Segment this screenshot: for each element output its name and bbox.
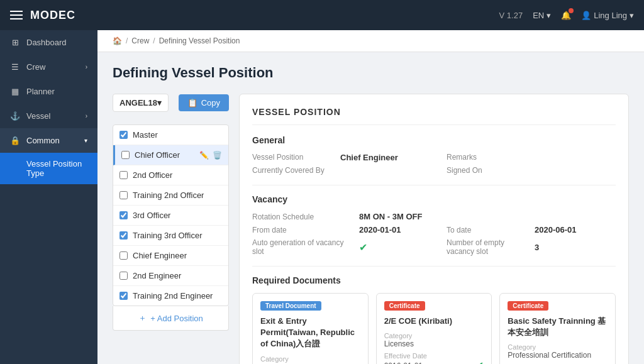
common-icon: 🔒 bbox=[10, 136, 20, 145]
from-date-label: From date bbox=[252, 226, 353, 234]
vessel-header: ANGEL18 ▾ 📋 Copy bbox=[113, 94, 229, 118]
position-label: 2nd Engineer bbox=[133, 271, 181, 280]
sidebar-item-label: Crew bbox=[26, 62, 45, 72]
position-checkbox[interactable] bbox=[119, 231, 128, 240]
rotation-value: 8M ON - 3M OFF bbox=[359, 212, 440, 221]
remarks-value bbox=[516, 153, 616, 162]
vessel-position-title: VESSEL POSITION bbox=[252, 107, 616, 125]
sidebar-subitem-label: Vessel Position Type bbox=[26, 159, 82, 178]
doc-category-value: Licenses bbox=[384, 339, 484, 348]
position-item[interactable]: 2nd Officer bbox=[113, 165, 228, 185]
position-item[interactable]: 2nd Engineer bbox=[113, 266, 228, 286]
from-date-value: 2020-01-01 bbox=[359, 225, 440, 234]
position-item[interactable]: Chief Officer ✏️ 🗑️ bbox=[113, 145, 228, 165]
position-actions: ✏️ 🗑️ bbox=[199, 151, 222, 160]
vp-value: Chief Engineer bbox=[340, 153, 440, 162]
delete-icon[interactable]: 🗑️ bbox=[213, 151, 222, 160]
position-item[interactable]: Training 2nd Engineer bbox=[113, 286, 228, 306]
position-item[interactable]: Chief Engineer bbox=[113, 246, 228, 266]
covered-value bbox=[340, 166, 440, 175]
doc-category-value: Professional Certification bbox=[508, 351, 608, 360]
left-panel: ANGEL18 ▾ 📋 Copy Master bbox=[113, 94, 229, 364]
sidebar-item-planner[interactable]: ▦ Planner bbox=[0, 79, 97, 104]
notification-badge bbox=[569, 8, 574, 13]
position-checkbox[interactable] bbox=[119, 251, 128, 260]
remarks-label: Remarks bbox=[447, 153, 509, 162]
doc-name: Exit & Entry Permit(Taiwan, Republic of … bbox=[260, 316, 360, 350]
copy-button[interactable]: 📋 Copy bbox=[179, 94, 229, 111]
sidebar-item-label: Planner bbox=[26, 87, 55, 96]
sidebar-item-common[interactable]: 🔒 Common ▾ bbox=[0, 128, 97, 153]
position-label: Master bbox=[133, 130, 158, 140]
sidebar-item-label: Common bbox=[26, 136, 60, 145]
position-checkbox[interactable] bbox=[119, 191, 128, 199]
position-label: 3rd Officer bbox=[133, 211, 170, 220]
empty-vacancy-label: Number of empty vacancy slot bbox=[447, 238, 528, 256]
dashboard-icon: ⊞ bbox=[10, 38, 20, 47]
empty-vacancy-value: 3 bbox=[535, 243, 616, 252]
doc-category-label: Category bbox=[508, 343, 608, 351]
auto-gen-check: ✔ bbox=[359, 241, 440, 253]
nav-left: MODEC bbox=[10, 9, 75, 22]
breadcrumb-current: Defining Vessel Position bbox=[159, 36, 240, 45]
notifications-bell[interactable]: 🔔 bbox=[561, 11, 571, 20]
to-date-value: 2020-06-01 bbox=[535, 225, 616, 234]
position-checkbox[interactable] bbox=[119, 131, 128, 139]
position-item[interactable]: Training 3rd Officer bbox=[113, 226, 228, 246]
position-item[interactable]: 3rd Officer bbox=[113, 206, 228, 226]
doc-name: Basic Safety Trainning 基本安全培訓 bbox=[508, 316, 608, 338]
sidebar-subitem-vessel-position-type[interactable]: Vessel Position Type bbox=[0, 153, 97, 184]
signed-value bbox=[516, 166, 616, 175]
top-nav: MODEC V 1.27 EN ▾ 🔔 👤 Ling Ling ▾ bbox=[0, 0, 644, 30]
app-logo: MODEC bbox=[30, 9, 75, 22]
doc-name: 2/E COE (Kiribati) bbox=[384, 316, 484, 327]
required-docs-title: Required Documents bbox=[252, 275, 616, 285]
position-checkbox[interactable] bbox=[119, 292, 128, 300]
sidebar-item-label: Vessel bbox=[26, 111, 50, 121]
right-panel: VESSEL POSITION General Vessel Position … bbox=[239, 94, 629, 364]
positions-list: Master Chief Officer ✏️ 🗑️ bbox=[113, 124, 229, 306]
to-date-label: To date bbox=[447, 226, 528, 234]
user-menu[interactable]: 👤 Ling Ling ▾ bbox=[581, 11, 634, 20]
add-position-button[interactable]: ＋ + Add Position bbox=[113, 306, 229, 331]
nav-right: V 1.27 EN ▾ 🔔 👤 Ling Ling ▾ bbox=[499, 11, 634, 20]
doc-effective-value: 2016-01-01 bbox=[384, 361, 423, 364]
chevron-right-icon: › bbox=[86, 63, 87, 70]
position-checkbox[interactable] bbox=[119, 272, 128, 280]
add-icon: ＋ bbox=[138, 312, 147, 324]
position-checkbox[interactable] bbox=[119, 211, 128, 219]
sidebar-item-crew[interactable]: ☰ Crew › bbox=[0, 55, 97, 79]
vessel-selector[interactable]: ANGEL18 ▾ bbox=[113, 94, 169, 112]
green-check-icon: ✔ bbox=[475, 360, 484, 364]
edit-icon[interactable]: ✏️ bbox=[199, 151, 209, 160]
page-content: Defining Vessel Position ANGEL18 ▾ 📋 Cop… bbox=[97, 52, 644, 364]
sidebar-item-label: Dashboard bbox=[26, 38, 67, 47]
position-checkbox[interactable] bbox=[121, 151, 130, 159]
position-label: 2nd Officer bbox=[133, 170, 172, 180]
auto-gen-label: Auto generation of vacancy slot bbox=[252, 238, 353, 256]
language-selector[interactable]: EN ▾ bbox=[533, 11, 551, 20]
sidebar-item-vessel[interactable]: ⚓ Vessel › bbox=[0, 104, 97, 128]
sidebar-item-dashboard[interactable]: ⊞ Dashboard bbox=[0, 30, 97, 55]
position-item[interactable]: Master bbox=[113, 125, 228, 145]
copy-icon: 📋 bbox=[187, 98, 197, 108]
hamburger-icon[interactable] bbox=[10, 11, 23, 19]
doc-badge-certificate: Certificate bbox=[508, 301, 548, 311]
doc-badge-certificate: Certificate bbox=[384, 301, 425, 311]
vacancy-section-title: Vacancy bbox=[252, 194, 616, 204]
breadcrumb-crew[interactable]: Crew bbox=[131, 36, 149, 45]
doc-effective-label: Effective Date bbox=[384, 352, 484, 360]
home-icon[interactable]: 🏠 bbox=[113, 36, 122, 45]
page-title: Defining Vessel Position bbox=[113, 65, 629, 81]
position-checkbox[interactable] bbox=[119, 171, 128, 179]
breadcrumb: 🏠 / Crew / Defining Vessel Position bbox=[97, 30, 644, 52]
docs-grid: Travel Document Exit & Entry Permit(Taiw… bbox=[252, 293, 616, 364]
position-item[interactable]: Training 2nd Officer bbox=[113, 185, 228, 206]
doc-card: Certificate Basic Safety Trainning 基本安全培… bbox=[499, 293, 616, 364]
chevron-right-icon: › bbox=[86, 113, 87, 119]
doc-category-label: Category bbox=[260, 355, 360, 363]
vessel-icon: ⚓ bbox=[10, 111, 20, 121]
position-label: Training 2nd Officer bbox=[133, 190, 204, 200]
doc-card: Certificate 2/E COE (Kiribati) Category … bbox=[376, 293, 492, 364]
layout: ⊞ Dashboard ☰ Crew › ▦ Planner ⚓ Vessel … bbox=[0, 30, 644, 364]
